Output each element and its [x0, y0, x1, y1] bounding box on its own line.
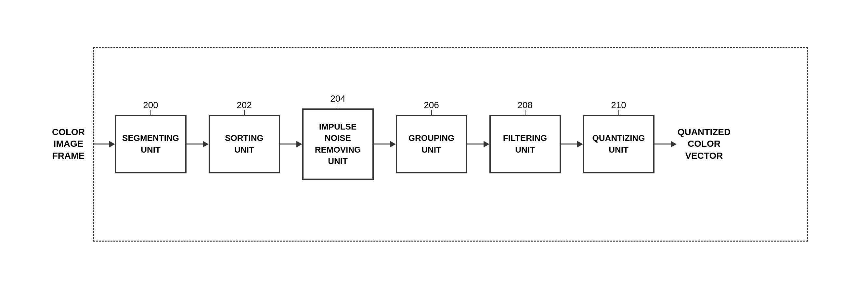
arrow-line-5	[561, 143, 577, 145]
block-number-202: 202	[237, 100, 252, 110]
input-text-line3: FRAME	[52, 150, 85, 162]
arrow-line-6	[654, 143, 671, 145]
arrow-3	[374, 141, 396, 148]
block-number-line-200	[151, 110, 151, 116]
arrow-head-0	[109, 141, 115, 148]
output-text-line2: COLOR	[688, 138, 720, 150]
arrow-head-2	[297, 141, 302, 148]
arrow-6	[654, 141, 677, 148]
arrow-5	[561, 141, 583, 148]
block-impulse-noise-removing-unit: 204 IMPULSE NOISE REMOVING UNIT	[302, 108, 374, 180]
input-text-line1: COLOR	[52, 126, 85, 138]
block-number-200: 200	[143, 100, 158, 110]
arrow-1	[187, 141, 209, 148]
input-label: COLOR IMAGE FRAME	[48, 126, 90, 162]
arrow-0	[93, 141, 115, 148]
arrow-head-4	[484, 141, 489, 148]
block-filtering-unit: 208 FILTERING UNIT	[489, 115, 561, 173]
block-number-206: 206	[424, 100, 439, 110]
output-text-line3: VECTOR	[685, 150, 723, 162]
arrow-head-3	[390, 141, 396, 148]
block-label-210: QUANTIZING UNIT	[589, 129, 649, 158]
arrow-2	[280, 141, 302, 148]
arrow-4	[467, 141, 489, 148]
block-label-202: SORTING UNIT	[221, 129, 267, 158]
block-label-200: SEGMENTING UNIT	[118, 129, 183, 158]
arrow-head-1	[203, 141, 209, 148]
block-quantizing-unit: 210 QUANTIZING UNIT	[583, 115, 654, 173]
block-number-204: 204	[330, 94, 345, 104]
block-label-208: FILTERING UNIT	[499, 129, 551, 158]
block-number-line-202	[244, 110, 245, 116]
block-segmenting-unit: 200 SEGMENTING UNIT	[115, 115, 187, 173]
output-label: QUANTIZED COLOR VECTOR	[680, 126, 728, 162]
block-number-line-206	[431, 110, 432, 116]
arrow-line-4	[467, 143, 484, 145]
output-text-line1: QUANTIZED	[678, 126, 731, 138]
block-number-208: 208	[517, 100, 533, 110]
arrow-head-5	[577, 141, 583, 148]
block-number-210: 210	[611, 100, 626, 110]
arrow-line-2	[280, 143, 297, 145]
arrow-line-1	[187, 143, 203, 145]
arrow-line-3	[374, 143, 390, 145]
arrow-head-6	[671, 141, 677, 148]
block-label-204: IMPULSE NOISE REMOVING UNIT	[311, 118, 365, 170]
input-text-line2: IMAGE	[54, 138, 84, 150]
block-number-line-210	[618, 110, 619, 116]
block-number-line-208	[525, 110, 525, 116]
block-number-line-204	[338, 103, 338, 110]
flow-row: COLOR IMAGE FRAME 200 SEGMENTING UNIT 20…	[28, 108, 840, 180]
diagram-container: COLOR IMAGE FRAME 200 SEGMENTING UNIT 20…	[28, 27, 840, 261]
arrow-line-0	[93, 143, 109, 145]
block-sorting-unit: 202 SORTING UNIT	[209, 115, 280, 173]
block-grouping-unit: 206 GROUPING UNIT	[396, 115, 467, 173]
block-label-206: GROUPING UNIT	[405, 129, 459, 158]
